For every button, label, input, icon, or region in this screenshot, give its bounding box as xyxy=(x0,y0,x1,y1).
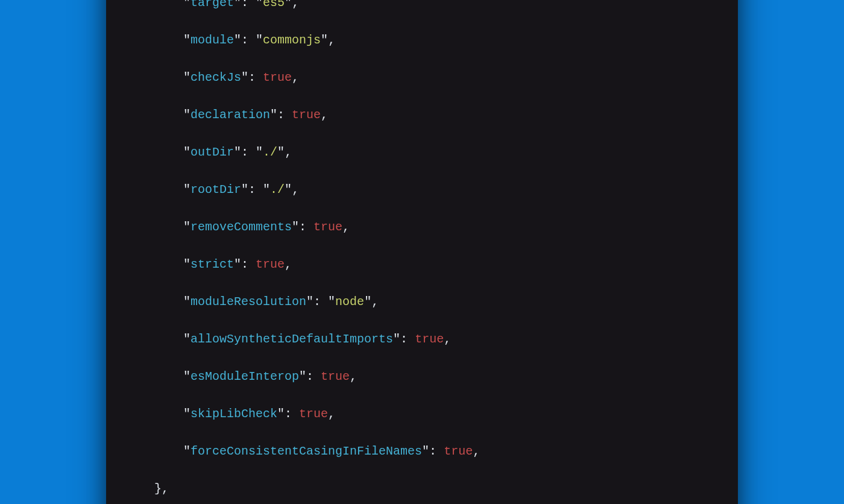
key-target: target xyxy=(191,0,234,10)
key-strict: strict xyxy=(191,257,234,271)
code-line: "target": "es5", xyxy=(125,0,719,12)
val-rootDir: ./ xyxy=(270,183,285,197)
val-declaration: true xyxy=(292,108,321,122)
key-skipLibCheck: skipLibCheck xyxy=(191,407,277,421)
val-moduleResolution: node xyxy=(335,295,364,309)
val-module: commonjs xyxy=(263,33,321,47)
key-module: module xyxy=(191,33,234,47)
val-skipLibCheck: true xyxy=(299,407,328,421)
code-line: "removeComments": true, xyxy=(125,218,719,236)
key-checkJs: checkJs xyxy=(191,71,241,84)
val-target: es5 xyxy=(263,0,285,10)
code-block: { "compilerOptions": { "target": "es5", … xyxy=(125,0,719,504)
val-outDir: ./ xyxy=(263,145,277,159)
key-esModuleInterop: esModuleInterop xyxy=(191,370,299,383)
val-esModuleInterop: true xyxy=(321,370,350,383)
code-line: "module": "commonjs", xyxy=(125,31,719,49)
code-line: "allowSyntheticDefaultImports": true, xyxy=(125,330,719,348)
key-rootDir: rootDir xyxy=(191,183,241,197)
key-removeComments: removeComments xyxy=(191,220,292,234)
key-forceConsistentCasingInFileNames: forceConsistentCasingInFileNames xyxy=(191,444,422,458)
val-forceConsistentCasingInFileNames: true xyxy=(444,444,473,458)
val-removeComments: true xyxy=(313,220,342,234)
code-line: "esModuleInterop": true, xyxy=(125,367,719,386)
key-declaration: declaration xyxy=(191,108,270,122)
code-line: "skipLibCheck": true, xyxy=(125,405,719,423)
key-outDir: outDir xyxy=(191,145,234,159)
code-line: "forceConsistentCasingInFileNames": true… xyxy=(125,442,719,461)
code-line: "outDir": "./", xyxy=(125,143,719,162)
key-moduleResolution: moduleResolution xyxy=(191,295,306,309)
val-strict: true xyxy=(256,257,285,271)
code-line: "rootDir": "./", xyxy=(125,180,719,199)
val-allowSyntheticDefaultImports: true xyxy=(415,332,444,346)
code-line: "moduleResolution": "node", xyxy=(125,292,719,311)
code-line: }, xyxy=(125,479,719,498)
val-checkJs: true xyxy=(263,71,292,84)
code-line: "checkJs": true, xyxy=(125,68,719,87)
code-line: "declaration": true, xyxy=(125,106,719,124)
key-allowSyntheticDefaultImports: allowSyntheticDefaultImports xyxy=(191,332,393,346)
code-line: "strict": true, xyxy=(125,255,719,274)
code-window: { "compilerOptions": { "target": "es5", … xyxy=(106,0,738,504)
